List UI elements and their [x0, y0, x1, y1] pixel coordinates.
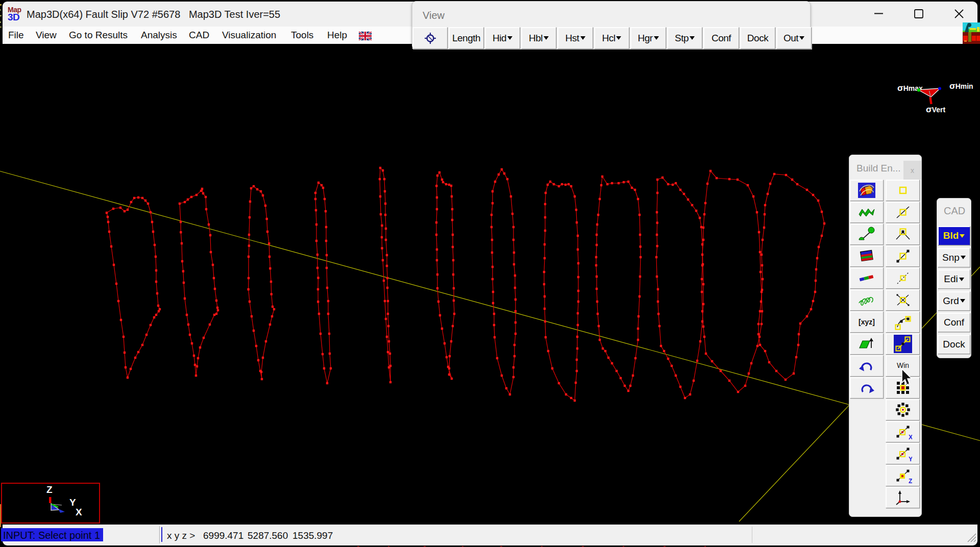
- svg-text:σHmin: σHmin: [949, 81, 973, 91]
- svg-text:X: X: [909, 434, 912, 441]
- svg-text:σVert: σVert: [926, 105, 945, 114]
- svg-text:[xyz]: [xyz]: [859, 318, 875, 326]
- svg-text:Y: Y: [909, 456, 912, 463]
- svg-text:Y: Y: [69, 497, 76, 508]
- svg-text:Z: Z: [909, 478, 912, 485]
- svg-text:Z: Z: [46, 484, 53, 495]
- svg-text:X: X: [76, 507, 82, 517]
